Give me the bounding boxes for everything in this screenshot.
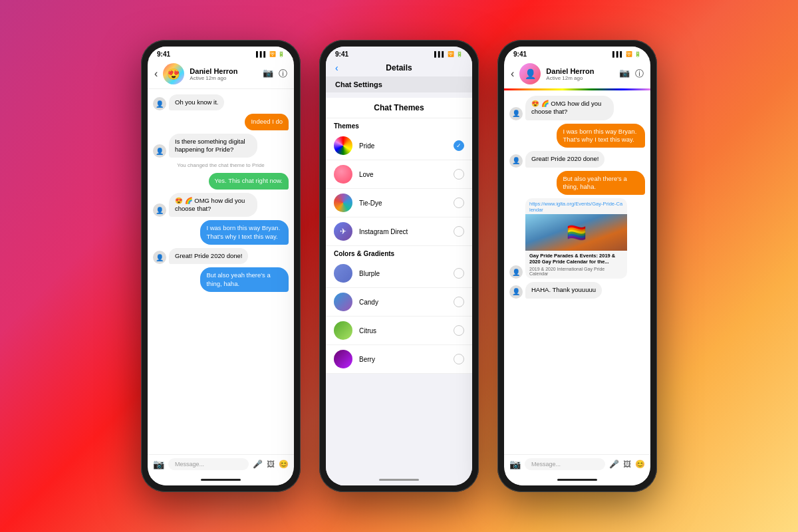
link-desc: 2019 & 2020 International Gay Pride Cale… [525, 267, 627, 279]
back-button-right[interactable]: ‹ [511, 68, 514, 80]
time-middle: 9:41 [335, 51, 348, 58]
bubble: Great! Pride 2020 done! [169, 248, 248, 264]
theme-item-love[interactable]: Love [326, 160, 472, 189]
chat-header-left: ‹ 😍 Daniel Herron Active 12m ago 📷 ⓘ [148, 59, 294, 89]
msg-avatar: 👤 [509, 285, 523, 299]
bubble: Is there something digital happening for… [169, 134, 257, 158]
time-left: 9:41 [157, 51, 170, 58]
avatar-right: 👤 [519, 63, 541, 84]
input-icons-left: 🎤 🖼 😊 [253, 460, 289, 469]
msg-avatar: 👤 [153, 97, 166, 110]
bubble: I was born this way Bryan. That's why I … [200, 220, 289, 245]
section-title: Chat Themes [326, 98, 472, 118]
details-title: Details [386, 63, 412, 72]
radio-pride[interactable]: ✓ [454, 140, 464, 151]
theme-item-tiedye[interactable]: Tie-Dye [326, 189, 472, 217]
contact-status-right: Active 12m ago [546, 75, 614, 81]
msg-avatar: 👤 [153, 203, 166, 217]
messages-left: 👤 Oh you know it. Indeed I do 👤 Is there… [148, 89, 294, 454]
theme-name-berry: Berry [359, 356, 447, 363]
bubble: Oh you know it. [169, 94, 224, 110]
bubble: 😍 🌈 OMG how did you choose that? [525, 96, 614, 120]
chat-settings-label: Chat Settings [335, 80, 382, 88]
sticker-icon-right[interactable]: 😊 [635, 460, 645, 469]
radio-direct[interactable] [454, 226, 464, 237]
image-icon-left[interactable]: 🖼 [267, 460, 275, 469]
camera-icon-right[interactable]: 📷 [509, 459, 521, 469]
sticker-icon-left[interactable]: 😊 [279, 460, 289, 469]
msg-row: 👤 😍 🌈 OMG how did you choose that? [509, 96, 645, 120]
radio-berry[interactable] [454, 354, 464, 364]
theme-item-blurple[interactable]: Blurple [326, 259, 472, 288]
candy-dot [334, 293, 352, 311]
bubble: HAHA. Thank youuuuu [525, 282, 602, 298]
direct-dot: ✈ [334, 222, 352, 241]
status-bar-middle: 9:41 ▌▌▌ 🛜 🔋 [326, 47, 472, 59]
link-title: Gay Pride Parades & Events: 2019 & 2020 … [525, 251, 627, 267]
msg-avatar: 👤 [153, 144, 166, 158]
bubble: 😍 🌈 OMG how did you choose that? [169, 193, 257, 217]
bubble: Yes. This chat right now. [209, 173, 289, 189]
status-bar-left: 9:41 ▌▌▌ 🛜 🔋 [148, 47, 294, 59]
video-icon-left[interactable]: 📷 [263, 68, 273, 80]
msg-avatar: 👤 [153, 251, 166, 264]
bubble: But also yeah there's a thing, haha. [200, 267, 289, 292]
colors-label: Colors & Gradients [326, 246, 472, 259]
theme-item-pride[interactable]: Pride ✓ [326, 132, 472, 160]
mic-icon-right[interactable]: 🎤 [609, 460, 619, 469]
info-icon-right[interactable]: ⓘ [635, 68, 644, 80]
back-button-middle[interactable]: ‹ [335, 63, 338, 73]
home-bar [557, 479, 597, 481]
details-header: ‹ Details [326, 59, 472, 76]
phone-left: 9:41 ▌▌▌ 🛜 🔋 ‹ 😍 Daniel Herron Active 12… [141, 40, 301, 492]
theme-item-citrus[interactable]: Citrus [326, 317, 472, 345]
radio-blurple[interactable] [454, 268, 464, 279]
berry-dot [334, 350, 352, 368]
radio-tiedye[interactable] [454, 198, 464, 208]
mic-icon-left[interactable]: 🎤 [253, 460, 263, 469]
battery-icon: 🔋 [456, 51, 463, 57]
input-bar-right: 📷 Message... 🎤 🖼 😊 [504, 454, 650, 473]
radio-love[interactable] [454, 169, 464, 180]
msg-row: I was born this way Bryan. That's why I … [509, 124, 645, 148]
camera-icon-left[interactable]: 📷 [153, 459, 164, 469]
notch-icons-right: ▌▌▌ 🛜 🔋 [612, 51, 641, 57]
theme-name-direct: Instagram Direct [359, 228, 447, 235]
love-dot [334, 165, 352, 184]
link-preview[interactable]: https://www.iglta.org/Events/Gay-Pride-C… [525, 198, 627, 279]
home-indicator-middle [326, 473, 472, 485]
link-url: https://www.iglta.org/Events/Gay-Pride-C… [525, 198, 627, 214]
video-icon-right[interactable]: 📷 [619, 68, 630, 80]
radio-candy[interactable] [454, 297, 464, 307]
theme-item-direct[interactable]: ✈ Instagram Direct [326, 217, 472, 246]
theme-name-love: Love [359, 171, 447, 178]
info-icon-left[interactable]: ⓘ [279, 68, 287, 80]
contact-name-left: Daniel Herron [190, 67, 257, 75]
chat-settings-bar: Chat Settings [326, 76, 472, 92]
msg-row: 👤 HAHA. Thank youuuuu [509, 282, 645, 298]
radio-citrus[interactable] [454, 325, 464, 336]
input-bar-left: 📷 Message... 🎤 🖼 😊 [148, 454, 294, 473]
bubble: But also yeah there's a thing, haha. [557, 171, 645, 196]
msg-row: But also yeah there's a thing, haha. [509, 171, 645, 196]
msg-row: 👤 Oh you know it. [153, 94, 289, 110]
theme-name-blurple: Blurple [359, 270, 447, 277]
wifi-icon: 🛜 [448, 51, 454, 57]
image-icon-right[interactable]: 🖼 [623, 460, 631, 469]
theme-item-berry[interactable]: Berry [326, 345, 472, 374]
themes-section: Chat Themes Themes Pride ✓ Love Tie-Dye … [326, 98, 472, 374]
msg-avatar: 👤 [509, 154, 523, 168]
wifi-icon: 🛜 [269, 51, 276, 57]
message-input-left[interactable]: Message... [168, 458, 249, 470]
msg-row: Yes. This chat right now. [153, 173, 289, 189]
tiedye-dot [334, 194, 352, 212]
theme-name-candy: Candy [359, 299, 447, 306]
back-button-left[interactable]: ‹ [154, 68, 158, 80]
msg-avatar: 👤 [509, 107, 523, 120]
notch-icons-middle: ▌▌▌ 🛜 🔋 [434, 51, 463, 57]
contact-status-left: Active 12m ago [190, 75, 257, 81]
notch-icons-left: ▌▌▌ 🛜 🔋 [256, 51, 285, 57]
theme-item-candy[interactable]: Candy [326, 288, 472, 317]
chat-header-right: ‹ 👤 Daniel Herron Active 12m ago 📷 ⓘ [504, 59, 650, 90]
message-input-right[interactable]: Message... [525, 458, 605, 470]
